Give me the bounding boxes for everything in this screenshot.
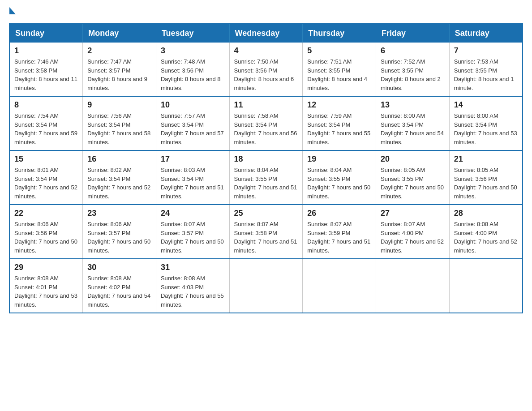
day-info: Sunrise: 8:06 AMSunset: 3:56 PMDaylight:… bbox=[14, 220, 78, 255]
day-info: Sunrise: 8:08 AMSunset: 4:02 PMDaylight:… bbox=[87, 274, 151, 309]
day-info: Sunrise: 8:05 AMSunset: 3:56 PMDaylight:… bbox=[454, 166, 518, 201]
calendar-cell: 9Sunrise: 7:56 AMSunset: 3:54 PMDaylight… bbox=[83, 96, 156, 150]
day-number: 17 bbox=[161, 154, 225, 164]
calendar-cell: 23Sunrise: 8:06 AMSunset: 3:57 PMDayligh… bbox=[83, 205, 156, 259]
day-info: Sunrise: 7:52 AMSunset: 3:55 PMDaylight:… bbox=[381, 57, 445, 92]
logo-arrow-icon bbox=[9, 7, 16, 14]
calendar-cell: 31Sunrise: 8:08 AMSunset: 4:03 PMDayligh… bbox=[156, 259, 229, 313]
weekday-header-sunday: Sunday bbox=[9, 24, 83, 43]
weekday-header-saturday: Saturday bbox=[449, 24, 523, 43]
day-info: Sunrise: 8:07 AMSunset: 4:00 PMDaylight:… bbox=[381, 220, 445, 255]
calendar-cell: 11Sunrise: 7:58 AMSunset: 3:54 PMDayligh… bbox=[229, 96, 303, 150]
day-info: Sunrise: 7:54 AMSunset: 3:54 PMDaylight:… bbox=[14, 111, 78, 146]
day-info: Sunrise: 7:46 AMSunset: 3:58 PMDaylight:… bbox=[14, 57, 78, 92]
week-row-2: 8Sunrise: 7:54 AMSunset: 3:54 PMDaylight… bbox=[9, 96, 523, 150]
day-number: 24 bbox=[161, 209, 225, 218]
day-info: Sunrise: 7:56 AMSunset: 3:54 PMDaylight:… bbox=[87, 111, 151, 146]
weekday-header-friday: Friday bbox=[376, 24, 450, 43]
calendar-cell: 17Sunrise: 8:03 AMSunset: 3:54 PMDayligh… bbox=[156, 150, 229, 205]
calendar-cell: 10Sunrise: 7:57 AMSunset: 3:54 PMDayligh… bbox=[156, 96, 229, 150]
day-number: 20 bbox=[381, 154, 445, 164]
day-number: 8 bbox=[14, 100, 78, 110]
calendar-cell: 28Sunrise: 8:08 AMSunset: 4:00 PMDayligh… bbox=[449, 205, 523, 259]
day-number: 31 bbox=[161, 263, 225, 272]
day-info: Sunrise: 8:04 AMSunset: 3:55 PMDaylight:… bbox=[234, 166, 298, 201]
weekday-header-wednesday: Wednesday bbox=[229, 24, 303, 43]
calendar-cell: 22Sunrise: 8:06 AMSunset: 3:56 PMDayligh… bbox=[9, 205, 83, 259]
day-number: 12 bbox=[307, 100, 371, 110]
calendar-cell: 2Sunrise: 7:47 AMSunset: 3:57 PMDaylight… bbox=[83, 43, 156, 96]
calendar-cell bbox=[303, 259, 376, 313]
day-info: Sunrise: 8:06 AMSunset: 3:57 PMDaylight:… bbox=[87, 220, 151, 255]
day-number: 18 bbox=[234, 154, 298, 164]
day-number: 6 bbox=[381, 46, 445, 56]
day-number: 13 bbox=[381, 100, 445, 110]
day-info: Sunrise: 8:07 AMSunset: 3:58 PMDaylight:… bbox=[234, 220, 298, 255]
day-info: Sunrise: 7:59 AMSunset: 3:54 PMDaylight:… bbox=[307, 111, 371, 146]
day-number: 1 bbox=[14, 46, 78, 56]
calendar-cell: 25Sunrise: 8:07 AMSunset: 3:58 PMDayligh… bbox=[229, 205, 303, 259]
day-info: Sunrise: 7:58 AMSunset: 3:54 PMDaylight:… bbox=[234, 111, 298, 146]
calendar-cell: 13Sunrise: 8:00 AMSunset: 3:54 PMDayligh… bbox=[376, 96, 450, 150]
calendar-cell: 19Sunrise: 8:04 AMSunset: 3:55 PMDayligh… bbox=[303, 150, 376, 205]
week-row-5: 29Sunrise: 8:08 AMSunset: 4:01 PMDayligh… bbox=[9, 259, 523, 313]
day-number: 7 bbox=[454, 46, 518, 56]
day-info: Sunrise: 7:50 AMSunset: 3:56 PMDaylight:… bbox=[234, 57, 298, 92]
day-info: Sunrise: 7:47 AMSunset: 3:57 PMDaylight:… bbox=[87, 57, 151, 92]
day-info: Sunrise: 7:53 AMSunset: 3:55 PMDaylight:… bbox=[454, 57, 518, 92]
day-number: 11 bbox=[234, 100, 298, 110]
calendar-cell: 26Sunrise: 8:07 AMSunset: 3:59 PMDayligh… bbox=[303, 205, 376, 259]
day-number: 14 bbox=[454, 100, 518, 110]
day-number: 4 bbox=[234, 46, 298, 56]
day-number: 22 bbox=[14, 209, 78, 218]
day-info: Sunrise: 8:01 AMSunset: 3:54 PMDaylight:… bbox=[14, 166, 78, 201]
week-row-4: 22Sunrise: 8:06 AMSunset: 3:56 PMDayligh… bbox=[9, 205, 523, 259]
weekday-header-row: SundayMondayTuesdayWednesdayThursdayFrid… bbox=[9, 24, 523, 43]
day-info: Sunrise: 8:03 AMSunset: 3:54 PMDaylight:… bbox=[161, 166, 225, 201]
day-number: 2 bbox=[87, 46, 151, 56]
calendar-cell: 21Sunrise: 8:05 AMSunset: 3:56 PMDayligh… bbox=[449, 150, 523, 205]
calendar-cell: 16Sunrise: 8:02 AMSunset: 3:54 PMDayligh… bbox=[83, 150, 156, 205]
day-info: Sunrise: 7:51 AMSunset: 3:55 PMDaylight:… bbox=[307, 57, 371, 92]
calendar-cell: 5Sunrise: 7:51 AMSunset: 3:55 PMDaylight… bbox=[303, 43, 376, 96]
weekday-header-tuesday: Tuesday bbox=[156, 24, 229, 43]
calendar-cell: 20Sunrise: 8:05 AMSunset: 3:55 PMDayligh… bbox=[376, 150, 450, 205]
day-number: 16 bbox=[87, 154, 151, 164]
day-info: Sunrise: 7:57 AMSunset: 3:54 PMDaylight:… bbox=[161, 111, 225, 146]
calendar-cell bbox=[229, 259, 303, 313]
calendar-cell: 24Sunrise: 8:07 AMSunset: 3:57 PMDayligh… bbox=[156, 205, 229, 259]
calendar-table: SundayMondayTuesdayWednesdayThursdayFrid… bbox=[9, 23, 523, 313]
day-number: 19 bbox=[307, 154, 371, 164]
day-number: 21 bbox=[454, 154, 518, 164]
calendar-cell: 14Sunrise: 8:00 AMSunset: 3:54 PMDayligh… bbox=[449, 96, 523, 150]
calendar-cell: 3Sunrise: 7:48 AMSunset: 3:56 PMDaylight… bbox=[156, 43, 229, 96]
day-number: 23 bbox=[87, 209, 151, 218]
day-info: Sunrise: 8:00 AMSunset: 3:54 PMDaylight:… bbox=[454, 111, 518, 146]
day-number: 30 bbox=[87, 263, 151, 272]
day-info: Sunrise: 7:48 AMSunset: 3:56 PMDaylight:… bbox=[161, 57, 225, 92]
day-number: 5 bbox=[307, 46, 371, 56]
weekday-header-thursday: Thursday bbox=[303, 24, 376, 43]
day-info: Sunrise: 8:05 AMSunset: 3:55 PMDaylight:… bbox=[381, 166, 445, 201]
calendar-cell bbox=[376, 259, 450, 313]
day-info: Sunrise: 8:07 AMSunset: 3:57 PMDaylight:… bbox=[161, 220, 225, 255]
calendar-cell: 15Sunrise: 8:01 AMSunset: 3:54 PMDayligh… bbox=[9, 150, 83, 205]
day-info: Sunrise: 8:02 AMSunset: 3:54 PMDaylight:… bbox=[87, 166, 151, 201]
calendar-cell: 27Sunrise: 8:07 AMSunset: 4:00 PMDayligh… bbox=[376, 205, 450, 259]
day-number: 9 bbox=[87, 100, 151, 110]
day-info: Sunrise: 8:08 AMSunset: 4:03 PMDaylight:… bbox=[161, 274, 225, 309]
day-number: 10 bbox=[161, 100, 225, 110]
day-info: Sunrise: 8:08 AMSunset: 4:00 PMDaylight:… bbox=[454, 220, 518, 255]
week-row-3: 15Sunrise: 8:01 AMSunset: 3:54 PMDayligh… bbox=[9, 150, 523, 205]
weekday-header-monday: Monday bbox=[83, 24, 156, 43]
day-number: 26 bbox=[307, 209, 371, 218]
day-number: 27 bbox=[381, 209, 445, 218]
day-number: 3 bbox=[161, 46, 225, 56]
calendar-cell: 8Sunrise: 7:54 AMSunset: 3:54 PMDaylight… bbox=[9, 96, 83, 150]
day-info: Sunrise: 8:08 AMSunset: 4:01 PMDaylight:… bbox=[14, 274, 78, 309]
calendar-cell: 29Sunrise: 8:08 AMSunset: 4:01 PMDayligh… bbox=[9, 259, 83, 313]
calendar-cell: 7Sunrise: 7:53 AMSunset: 3:55 PMDaylight… bbox=[449, 43, 523, 96]
calendar-cell bbox=[449, 259, 523, 313]
day-number: 15 bbox=[14, 154, 78, 164]
logo bbox=[9, 9, 16, 14]
